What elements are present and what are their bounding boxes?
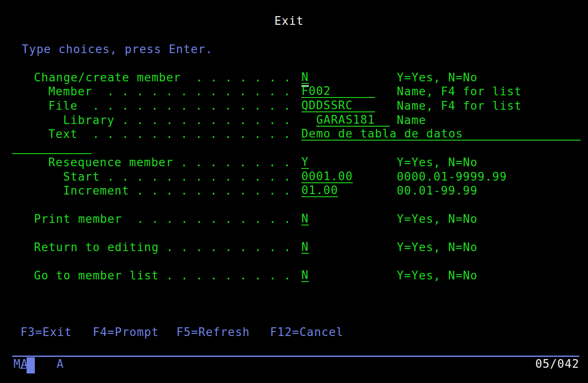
return-to-editing-field[interactable]: N (301, 241, 309, 254)
instruction-text: Type choices, press Enter. (22, 42, 213, 57)
field-row: Print member . . . . . . . . . . . N Y=Y… (0, 212, 588, 226)
fkey-f3-exit[interactable]: F3=Exit (20, 325, 72, 339)
terminal-screen: Exit Type choices, press Enter. Change/c… (0, 0, 588, 383)
start-desc: 0000.01-9999.99 (397, 170, 507, 184)
keyboard-shift-indicator: A (57, 357, 64, 371)
keyboard-state-underline (20, 368, 26, 369)
field-row: Increment . . . . . . . . . . . 01.00 00… (0, 184, 588, 198)
resequence-member-label: Resequence member . . . . . . . . (48, 155, 291, 170)
change-create-member-desc: Y=Yes, N=No (397, 71, 478, 85)
go-to-member-list-field[interactable]: N (301, 269, 309, 282)
resequence-member-desc: Y=Yes, N=No (397, 155, 478, 170)
field-row: Text . . . . . . . . . . . . . . Demo de… (0, 127, 588, 141)
field-row: Change/create member . . . . . . . N Y=Y… (0, 71, 588, 85)
return-to-editing-desc: Y=Yes, N=No (397, 240, 478, 255)
resequence-member-field[interactable]: Y (301, 156, 309, 169)
member-label: Member . . . . . . . . . . . . . (48, 84, 291, 99)
field-row: Return to editing . . . . . . . . . N Y=… (0, 240, 588, 255)
print-member-label: Print member . . . . . . . . . . . (34, 212, 291, 226)
field-row: Start . . . . . . . . . . . . . 0001.00 … (0, 170, 588, 184)
start-label: Start . . . . . . . . . . . . . (63, 170, 291, 184)
field-row: File . . . . . . . . . . . . . . QDDSSRC… (0, 99, 588, 113)
file-field[interactable]: QDDSSRC (301, 100, 375, 112)
field-row: Resequence member . . . . . . . . Y Y=Ye… (0, 155, 588, 170)
print-member-field[interactable]: N (301, 213, 309, 225)
field-row: Member . . . . . . . . . . . . . F002 Na… (0, 84, 588, 99)
field-row: Go to member list . . . . . . . . . N Y=… (0, 269, 588, 283)
return-to-editing-label: Return to editing . . . . . . . . . (34, 240, 291, 255)
go-to-member-list-label: Go to member list . . . . . . . . . (34, 269, 291, 283)
fkey-f4-prompt[interactable]: F4=Prompt (93, 325, 159, 339)
increment-field[interactable]: 01.00 (301, 185, 338, 197)
go-to-member-list-desc: Y=Yes, N=No (397, 269, 478, 283)
field-row: Library . . . . . . . . . . . . GARAS181… (0, 113, 588, 128)
start-field[interactable]: 0001.00 (301, 171, 353, 183)
text-field[interactable]: Demo de tabla de datos (301, 128, 581, 141)
page-title: Exit (274, 14, 304, 28)
system-available-indicator (27, 357, 35, 373)
increment-desc: 00.01-99.99 (397, 184, 478, 198)
fkey-f12-cancel[interactable]: F12=Cancel (270, 325, 344, 339)
increment-label: Increment . . . . . . . . . . . (63, 184, 291, 198)
keyboard-state-indicator: MA (14, 357, 28, 371)
library-label: Library . . . . . . . . . . . . (63, 113, 291, 128)
text-label: Text . . . . . . . . . . . . . . (48, 127, 291, 141)
change-create-member-label: Change/create member . . . . . . . (34, 71, 291, 85)
unnamed-input-field[interactable] (12, 153, 91, 154)
cursor-position: 05/042 (535, 357, 579, 371)
file-label: File . . . . . . . . . . . . . . (48, 99, 291, 113)
change-create-member-field[interactable]: N (301, 71, 309, 84)
fkey-f5-refresh[interactable]: F5=Refresh (176, 325, 250, 339)
function-key-row: F3=Exit F4=Prompt F5=Refresh F12=Cancel (0, 325, 588, 339)
member-field[interactable]: F002 (301, 85, 375, 98)
file-desc: Name, F4 for list (397, 99, 522, 113)
member-desc: Name, F4 for list (397, 84, 522, 99)
print-member-desc: Y=Yes, N=No (397, 212, 478, 226)
library-field[interactable]: GARAS181 (316, 114, 390, 127)
library-desc: Name (397, 113, 426, 128)
